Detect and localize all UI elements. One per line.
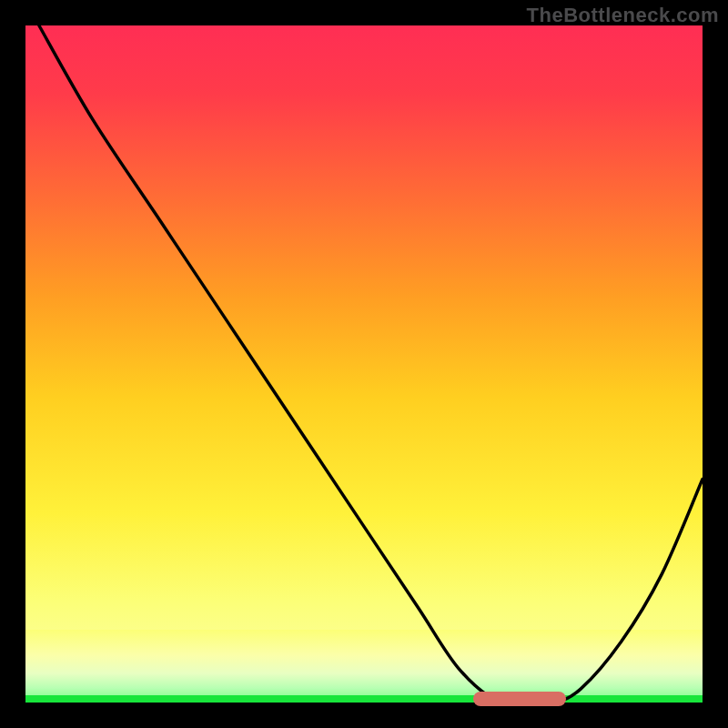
bottleneck-curve [25, 25, 703, 703]
plot-area [25, 25, 703, 703]
highlight-marker [473, 692, 566, 706]
watermark-text: TheBottleneck.com [527, 4, 719, 27]
